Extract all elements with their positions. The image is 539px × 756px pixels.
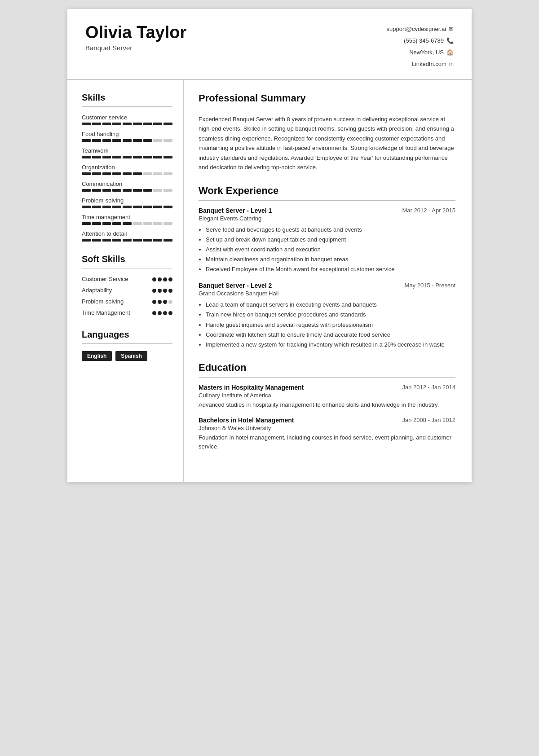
soft-skills-list: Customer ServiceAdaptabilityProblem-solv…: [82, 276, 172, 317]
skill-block: [102, 189, 111, 192]
email-text: support@cvdesigner.ai: [387, 23, 446, 35]
language-tag: Spanish: [115, 351, 147, 361]
skill-block: [143, 172, 152, 175]
header-left: Olivia Taylor Banquet Server: [85, 23, 186, 52]
job-bullet: Set up and break down banquet tables and…: [206, 235, 455, 244]
job-bullet: Train new hires on banquet service proce…: [206, 310, 455, 319]
skill-name: Attention to detail: [82, 230, 172, 237]
summary-divider: [199, 108, 455, 108]
experience-divider: [199, 200, 455, 201]
skill-bar: [82, 189, 172, 192]
job-bullet: Assist with event coordination and execu…: [206, 245, 455, 254]
skill-block: [112, 156, 121, 158]
skill-item: Attention to detail: [82, 230, 172, 242]
skills-list: Customer serviceFood handlingTeamworkOrg…: [82, 114, 172, 242]
skill-block: [133, 222, 142, 225]
skill-block: [163, 222, 172, 225]
skill-block: [163, 123, 172, 125]
skill-item: Food handling: [82, 131, 172, 142]
skill-block: [102, 123, 111, 125]
skill-block: [92, 222, 101, 225]
skill-item: Time management: [82, 214, 172, 225]
skill-block: [133, 172, 142, 175]
skill-block: [123, 156, 132, 158]
languages-divider: [82, 343, 172, 344]
skill-block: [112, 123, 121, 125]
education-section: Education Masters in Hospitality Managem…: [199, 362, 455, 451]
soft-skills-section: Soft Skills Customer ServiceAdaptability…: [82, 254, 172, 317]
edu-school: Johnson & Wales University: [199, 425, 455, 431]
education-entry: Masters in Hospitality ManagementJan 201…: [199, 384, 455, 409]
skill-block: [153, 206, 162, 208]
edu-degree: Masters in Hospitality Management: [199, 384, 304, 391]
header-right: support@cvdesigner.ai ✉ (555) 345-6789 📞…: [387, 23, 454, 70]
edu-school: Culinary Institute of America: [199, 392, 455, 399]
skill-name: Customer service: [82, 114, 172, 121]
skill-block: [123, 123, 132, 125]
skill-block: [163, 206, 172, 208]
skill-block: [102, 172, 111, 175]
soft-skill-dots: [152, 311, 172, 315]
summary-title: Professional Summary: [199, 92, 455, 104]
skill-block: [153, 123, 162, 125]
job-bullet: Serve food and beverages to guests at ba…: [206, 225, 455, 234]
job-bullets: Lead a team of banquet servers in execut…: [206, 300, 455, 349]
skill-bar: [82, 123, 172, 125]
skill-block: [92, 139, 101, 142]
skill-block: [92, 189, 101, 192]
skill-block: [143, 222, 152, 225]
skill-block: [102, 239, 111, 242]
skill-item: Customer service: [82, 114, 172, 125]
skill-block: [163, 189, 172, 192]
skill-block: [153, 239, 162, 242]
contact-email: support@cvdesigner.ai ✉: [387, 23, 454, 35]
skills-section-title: Skills: [82, 92, 172, 103]
resume-wrapper: Olivia Taylor Banquet Server support@cvd…: [67, 9, 472, 482]
main-content: Professional Summary Experienced Banquet…: [184, 80, 472, 482]
skill-block: [102, 139, 111, 142]
experience-section: Work Experience Banquet Server - Level 1…: [199, 185, 455, 349]
skill-block: [153, 222, 162, 225]
header: Olivia Taylor Banquet Server support@cvd…: [67, 9, 472, 80]
skill-block: [153, 139, 162, 142]
edu-desc: Foundation in hotel management, includin…: [199, 433, 455, 451]
skill-name: Communication: [82, 180, 172, 187]
skill-bar: [82, 239, 172, 242]
edu-degree: Bachelors in Hotel Management: [199, 417, 294, 424]
skill-bar: [82, 206, 172, 208]
soft-skill-name: Problem-solving: [82, 298, 124, 306]
job-title: Banquet Server - Level 1: [199, 207, 272, 214]
dot: [168, 289, 172, 293]
skill-block: [163, 156, 172, 158]
dot: [168, 300, 172, 304]
education-title: Education: [199, 362, 455, 374]
candidate-name: Olivia Taylor: [85, 23, 186, 42]
skill-block: [123, 239, 132, 242]
soft-skill-item: Customer Service: [82, 276, 172, 283]
skill-item: Problem-solving: [82, 197, 172, 208]
skill-block: [143, 189, 152, 192]
skill-block: [92, 123, 101, 125]
jobs-list: Banquet Server - Level 1Mar 2012 - Apr 2…: [199, 207, 455, 349]
job-bullet: Coordinate with kitchen staff to ensure …: [206, 330, 455, 339]
skill-block: [82, 123, 91, 125]
soft-skill-name: Adaptability: [82, 287, 112, 294]
contact-location: NewYork, US 🏠: [387, 47, 454, 58]
dot: [163, 300, 167, 304]
skill-block: [153, 189, 162, 192]
skill-name: Organization: [82, 164, 172, 171]
dot: [168, 277, 172, 281]
skill-item: Organization: [82, 164, 172, 175]
skill-bar: [82, 156, 172, 158]
soft-skill-dots: [152, 277, 172, 281]
edu-desc: Advanced studies in hospitality manageme…: [199, 400, 455, 409]
skills-section: Skills Customer serviceFood handlingTeam…: [82, 92, 172, 242]
dot: [158, 277, 162, 281]
skill-block: [153, 156, 162, 158]
language-tags: EnglishSpanish: [82, 351, 172, 361]
skill-name: Food handling: [82, 131, 172, 137]
skill-block: [123, 189, 132, 192]
email-icon: ✉: [449, 23, 454, 35]
contact-phone: (555) 345-6789 📞: [387, 35, 454, 47]
soft-skill-item: Time Management: [82, 309, 172, 317]
